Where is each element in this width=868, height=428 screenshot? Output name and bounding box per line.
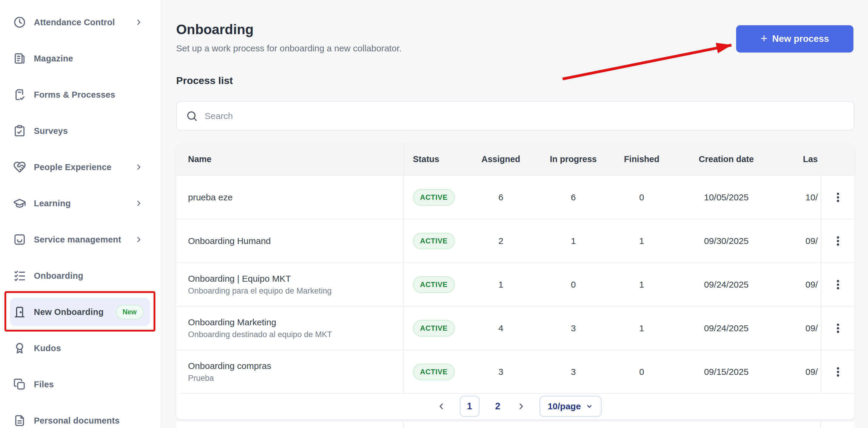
page-button-2[interactable]: 2 — [492, 401, 504, 412]
sidebar-item[interactable]: Kudos — [10, 334, 150, 362]
plus-icon: + — [761, 32, 767, 44]
row-actions-button[interactable] — [829, 363, 847, 381]
process-list-heading: Process list — [176, 75, 233, 86]
kebab-menu-icon — [832, 365, 844, 378]
row-actions-button[interactable] — [829, 276, 847, 294]
in-progress-count: 1 — [535, 219, 612, 262]
sidebar-item[interactable]: Files — [10, 370, 150, 399]
chevron-down-icon — [586, 402, 593, 410]
sidebar-item[interactable]: Learning — [10, 189, 150, 218]
sidebar-row: Onboarding — [0, 258, 161, 294]
new-process-button[interactable]: + New process — [736, 25, 854, 53]
previous-page-button[interactable] — [437, 401, 447, 412]
finished-count: 0 — [612, 176, 671, 219]
clock-icon — [13, 16, 26, 29]
sidebar-row: Files — [0, 366, 161, 402]
sidebar-item-label: Attendance Control — [34, 18, 115, 27]
document-icon — [13, 414, 26, 427]
chevron-right-icon — [134, 235, 144, 244]
table-body: prueba eze ACTIVE 6 6 0 10/05/2025 10/ — [176, 175, 854, 393]
assigned-count: 4 — [467, 307, 535, 350]
sidebar-item[interactable]: Surveys — [10, 117, 150, 145]
assigned-count: 1 — [467, 263, 535, 306]
creation-date: 09/15/2025 — [671, 350, 781, 393]
last-date-truncated: 10/ — [781, 176, 821, 219]
sidebar-item-label: Magazine — [34, 54, 73, 64]
sidebar-item[interactable]: Attendance Control — [10, 8, 150, 36]
creation-date: 09/24/2025 — [671, 263, 781, 306]
graduation-cap-icon — [13, 197, 26, 210]
sidebar: Attendance Control Magazine — [0, 0, 161, 428]
column-header-name: Name — [176, 143, 404, 175]
table-header: Name Status Assigned In progress Finishe… — [176, 143, 854, 175]
sidebar-row: Learning — [0, 185, 161, 222]
column-header-actions — [821, 143, 854, 175]
page-size-label: 10/page — [548, 401, 581, 411]
sidebar-item-label: Personal documents — [34, 416, 120, 426]
kebab-menu-icon — [832, 191, 844, 204]
row-actions-button[interactable] — [829, 319, 847, 337]
finished-count: 1 — [612, 263, 671, 306]
table-row[interactable]: Onboarding | Equipo MKT Onboarding para … — [176, 262, 854, 306]
page-title: Onboarding — [176, 21, 254, 37]
row-actions-button[interactable] — [829, 232, 847, 250]
assigned-count: 3 — [467, 350, 535, 393]
sidebar-item-label: Service management — [34, 235, 121, 244]
page-button-current[interactable]: 1 — [460, 396, 479, 417]
table-row[interactable]: Onboarding Humand ACTIVE 2 1 1 09/30/202… — [176, 219, 854, 262]
chevron-left-icon — [437, 402, 446, 411]
page-size-select[interactable]: 10/page — [539, 396, 602, 417]
award-icon — [13, 342, 26, 355]
process-description: Prueba — [188, 374, 271, 383]
table-row[interactable]: Onboarding Marketing Onboarding destinad… — [176, 306, 854, 350]
sidebar-item-label: Forms & Processes — [34, 90, 115, 100]
in-progress-count: 0 — [535, 263, 612, 306]
in-progress-count: 3 — [535, 350, 612, 393]
column-header-finished: Finished — [612, 143, 671, 175]
sidebar-row: Surveys — [0, 113, 161, 149]
column-header-last-truncated: Las — [781, 143, 821, 175]
sidebar-item[interactable]: New Onboarding New — [10, 298, 150, 326]
form-check-icon — [13, 88, 26, 101]
sidebar-item-label: Onboarding — [34, 271, 83, 281]
status-badge: ACTIVE — [413, 276, 455, 293]
process-description: Onboarding destinado al equipo de MKT — [188, 330, 332, 339]
last-date-truncated: 09/ — [781, 350, 821, 393]
survey-clipboard-icon — [13, 124, 26, 137]
last-date-truncated: 09/ — [781, 219, 821, 262]
sidebar-row: Attendance Control — [0, 4, 161, 40]
table-row[interactable]: Onboarding compras Prueba ACTIVE 3 3 0 0… — [176, 350, 854, 393]
sidebar-item[interactable]: Onboarding — [10, 262, 150, 290]
chevron-right-icon — [134, 199, 144, 208]
sidebar-item[interactable]: Magazine — [10, 44, 150, 73]
magazine-icon — [13, 52, 26, 65]
kebab-menu-icon — [832, 278, 844, 291]
sidebar-item-label: Files — [34, 380, 54, 389]
sidebar-row: Personal documents — [0, 402, 161, 428]
search-bar — [176, 101, 854, 131]
sidebar-row: New Onboarding New — [0, 294, 161, 330]
process-name: Onboarding Humand — [188, 236, 271, 246]
sidebar-item[interactable]: People Experience — [10, 153, 150, 182]
column-header-creation-date: Creation date — [671, 143, 781, 175]
sidebar-item[interactable]: Forms & Processes — [10, 80, 150, 109]
process-table-card: Name Status Assigned In progress Finishe… — [176, 143, 854, 419]
door-icon — [13, 305, 26, 319]
inbox-icon — [13, 233, 26, 246]
process-name: prueba eze — [188, 192, 232, 202]
next-table-partial — [176, 422, 854, 428]
row-actions-button[interactable] — [829, 189, 847, 206]
next-page-button[interactable] — [516, 401, 527, 412]
sidebar-item-label: Kudos — [34, 343, 61, 353]
creation-date: 10/05/2025 — [671, 176, 781, 219]
pagination: 1 2 10/page — [180, 393, 854, 419]
sidebar-item-label: People Experience — [34, 162, 112, 172]
column-header-in-progress: In progress — [535, 143, 612, 175]
page-subtitle: Set up a work process for onboarding a n… — [176, 43, 402, 54]
sidebar-item[interactable]: Service management — [10, 225, 150, 254]
sidebar-item[interactable]: Personal documents — [10, 406, 150, 428]
assigned-count: 6 — [467, 176, 535, 219]
sidebar-item-label: New Onboarding — [34, 307, 104, 317]
search-input[interactable] — [205, 111, 845, 121]
table-row[interactable]: prueba eze ACTIVE 6 6 0 10/05/2025 10/ — [176, 175, 854, 219]
